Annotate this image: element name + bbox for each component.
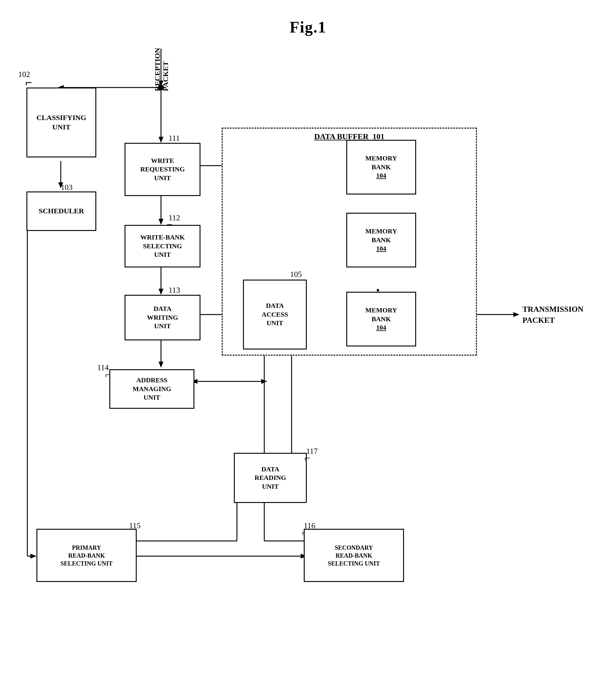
data-reading-unit-box: DATA READING UNIT bbox=[234, 453, 307, 503]
svg-marker-10 bbox=[158, 219, 163, 225]
secondary-read-bank-box: SECONDARY READ-BANK SELECTING UNIT bbox=[304, 529, 404, 582]
svg-marker-44 bbox=[30, 554, 37, 559]
diagram: 102 ⌐ CLASSIFYING UNIT 103 ⌐ SCHEDULER R… bbox=[0, 43, 616, 681]
transmission-packet-label: TRANSMISSION PACKET bbox=[523, 304, 584, 326]
page-title: Fig.1 bbox=[0, 0, 616, 36]
scheduler-box: SCHEDULER bbox=[26, 191, 96, 231]
primary-read-bank-box: PRIMARY READ-BANK SELECTING UNIT bbox=[37, 529, 137, 582]
data-writing-unit-box: DATA WRITING UNIT bbox=[125, 295, 200, 340]
data-access-unit-box: DATA ACCESS UNIT bbox=[243, 280, 307, 349]
svg-marker-14 bbox=[158, 362, 163, 368]
ref-117-curly: ⌐ bbox=[304, 452, 310, 464]
memory-bank-1-box: MEMORYBANK104 bbox=[346, 140, 416, 194]
svg-marker-29 bbox=[513, 312, 520, 317]
write-requesting-unit-box: WRITE REQUESTING UNIT bbox=[125, 143, 200, 196]
svg-marker-46 bbox=[261, 379, 267, 384]
reception-packet-label: RECEPTION PACKET bbox=[153, 49, 170, 91]
svg-marker-8 bbox=[158, 137, 163, 143]
svg-marker-12 bbox=[158, 289, 163, 295]
memory-bank-3-box: MEMORYBANK104 bbox=[346, 292, 416, 346]
write-bank-selecting-unit-box: WRITE-BANK SELECTING UNIT bbox=[125, 225, 200, 267]
address-managing-unit-box: ADDRESS MANAGING UNIT bbox=[109, 369, 194, 409]
memory-bank-2-box: MEMORYBANK104 bbox=[346, 213, 416, 267]
classifying-unit-box: CLASSIFYING UNIT bbox=[26, 87, 96, 157]
ref-105: 105 bbox=[290, 270, 302, 279]
